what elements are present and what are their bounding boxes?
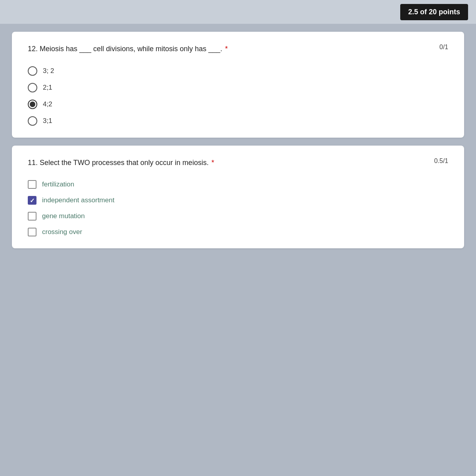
question-12-number: 12. [28, 45, 38, 53]
question-11-header: 11. Select the TWO processes that only o… [28, 157, 448, 168]
q11-option-c[interactable]: gene mutation [28, 212, 448, 221]
content-area: 12. Meiosis has ___ cell divisions, whil… [0, 24, 476, 256]
question-12-options: 3; 2 2;1 4;2 3;1 [28, 66, 448, 126]
question-12-score: 0/1 [440, 44, 448, 51]
q12-option-c[interactable]: 4;2 [28, 100, 448, 109]
q11-checkbox-d[interactable] [28, 228, 36, 236]
top-bar: 2.5 of 20 points [0, 0, 476, 24]
q12-label-c: 4;2 [43, 100, 52, 108]
q11-label-b: independent assortment [42, 196, 114, 204]
q11-check-mark-b: ✓ [30, 198, 35, 203]
q11-label-d: crossing over [42, 228, 82, 236]
q11-option-b[interactable]: ✓ independent assortment [28, 196, 448, 205]
q12-option-a[interactable]: 3; 2 [28, 66, 448, 76]
q12-radio-c[interactable] [28, 100, 37, 109]
q11-label-a: fertilization [42, 180, 74, 188]
question-11-required: * [211, 159, 214, 167]
question-12-header: 12. Meiosis has ___ cell divisions, whil… [28, 44, 448, 54]
q11-checkbox-b[interactable]: ✓ [28, 196, 36, 205]
q12-label-d: 3;1 [43, 117, 52, 125]
question-11-text: 11. Select the TWO processes that only o… [28, 157, 426, 168]
q12-radio-d[interactable] [28, 116, 37, 126]
question-11-number: 11. [28, 159, 38, 167]
q11-checkbox-c[interactable] [28, 212, 36, 221]
q11-checkbox-a[interactable] [28, 180, 36, 189]
q12-radio-c-inner [30, 102, 35, 107]
q12-label-a: 3; 2 [43, 67, 54, 75]
q12-label-b: 2;1 [43, 84, 52, 92]
question-11-options: fertilization ✓ independent assortment g… [28, 180, 448, 236]
question-12-body: Meiosis has ___ cell divisions, while mi… [40, 45, 222, 53]
question-12-text: 12. Meiosis has ___ cell divisions, whil… [28, 44, 432, 54]
question-11-score: 0.5/1 [434, 157, 448, 165]
q11-option-d[interactable]: crossing over [28, 228, 448, 236]
question-12-required: * [225, 45, 228, 53]
q12-radio-b[interactable] [28, 83, 37, 92]
points-badge: 2.5 of 20 points [400, 4, 468, 20]
q12-option-b[interactable]: 2;1 [28, 83, 448, 92]
question-11-card: 11. Select the TWO processes that only o… [12, 146, 464, 248]
q12-option-d[interactable]: 3;1 [28, 116, 448, 126]
q11-label-c: gene mutation [42, 212, 85, 220]
q12-radio-a[interactable] [28, 66, 37, 76]
q11-option-a[interactable]: fertilization [28, 180, 448, 189]
question-12-card: 12. Meiosis has ___ cell divisions, whil… [12, 32, 464, 138]
question-11-body: Select the TWO processes that only occur… [40, 159, 209, 167]
